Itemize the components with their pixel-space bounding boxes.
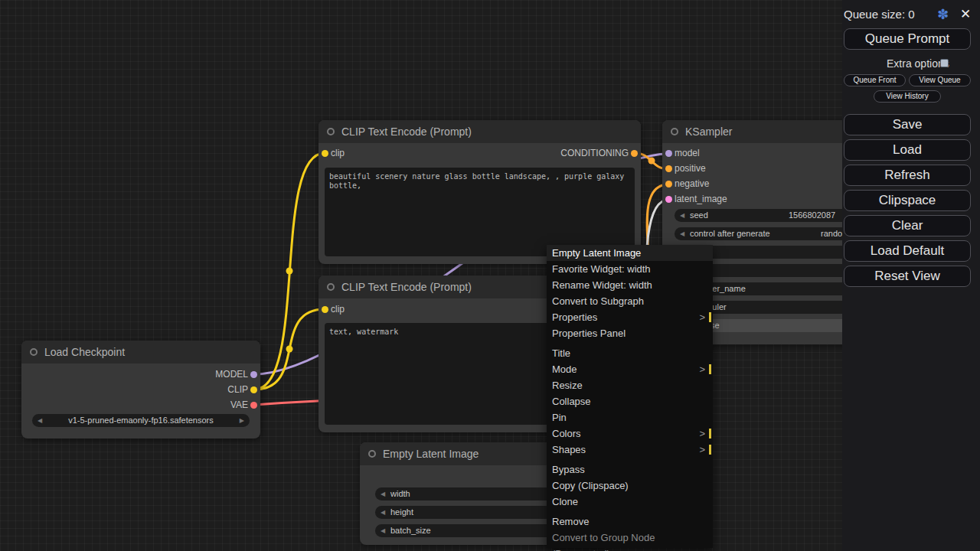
menu-item-label: Shapes (552, 444, 586, 455)
node-title: KSampler (685, 126, 732, 138)
menu-item-clone[interactable]: Clone (547, 494, 713, 510)
link-midpoint-dot[interactable] (286, 268, 293, 275)
clear-button[interactable]: Clear (844, 215, 971, 236)
collapse-dot-icon[interactable] (368, 450, 376, 458)
widget-label: control after generate (690, 227, 770, 240)
node-title-bar[interactable]: CLIP Text Encode (Prompt) (318, 120, 641, 143)
menu-item-label: Bypass (552, 464, 585, 475)
link-midpoint-dot[interactable] (286, 346, 293, 353)
comfy-menu-panel: Queue size: 0 ✽ ✕ Queue Prompt Extra opt… (842, 0, 980, 551)
menu-item-label: Pin (552, 412, 567, 423)
input-label-clip: clip (331, 304, 345, 315)
input-slot-negative[interactable] (665, 181, 672, 187)
widget-label: seed (690, 209, 708, 222)
menu-item-rename-widget[interactable]: Rename Widget: width (547, 277, 713, 293)
input-label-clip: clip (331, 148, 345, 158)
next-arrow-icon[interactable]: ▶ (240, 414, 244, 427)
node-title: CLIP Text Encode (Prompt) (341, 126, 472, 138)
settings-gear-icon[interactable]: ✽ (937, 6, 949, 23)
output-label-conditioning: CONDITIONING (560, 148, 629, 158)
menu-item-properties-panel[interactable]: Properties Panel (547, 325, 713, 341)
menu-item-shapes[interactable]: Shapes> (547, 442, 713, 458)
menu-item-label: Title (552, 347, 570, 359)
input-label-positive: positive (675, 163, 706, 174)
decrement-arrow-icon[interactable]: ◀ (680, 227, 684, 240)
input-slot-positive[interactable] (665, 165, 672, 172)
reset-view-button[interactable]: Reset View (844, 266, 971, 287)
close-icon[interactable]: ✕ (960, 6, 971, 22)
output-slot-clip[interactable] (250, 386, 257, 393)
submenu-arrow-icon: > (699, 442, 705, 458)
load-default-button[interactable]: Load Default (844, 240, 971, 262)
decrement-arrow-icon[interactable]: ◀ (381, 487, 385, 500)
menu-item-bypass[interactable]: Bypass (547, 461, 713, 478)
menu-item-convert-to-group-node[interactable]: Convert to Group Node (Deprecated) (547, 530, 713, 546)
menu-item-label: Collapse (552, 396, 591, 407)
view-history-button[interactable]: View History (874, 90, 941, 103)
queue-prompt-button[interactable]: Queue Prompt (844, 28, 971, 50)
submenu-arrow-icon: > (699, 309, 705, 325)
node-load-checkpoint[interactable]: Load Checkpoint MODEL CLIP VAE ◀ v1-5-pr… (21, 341, 260, 439)
input-slot-clip[interactable] (322, 306, 328, 313)
queue-size-label: Queue size: 0 (844, 8, 915, 21)
menu-item-label: Remove (552, 516, 589, 527)
decrement-arrow-icon[interactable]: ◀ (381, 506, 385, 519)
output-slot-conditioning[interactable] (631, 150, 638, 157)
menu-item-favorite-widget[interactable]: Favorite Widget: width (547, 261, 713, 277)
submenu-arrow-icon: > (699, 425, 705, 442)
menu-item-convert-to-subgraph[interactable]: Convert to Subgraph (547, 293, 713, 309)
input-slot-latent-image[interactable] (665, 196, 672, 203)
input-label-negative: negative (675, 178, 709, 189)
menu-item-title[interactable]: Title (547, 345, 713, 361)
menu-item-resize[interactable]: Resize (547, 377, 713, 393)
link-midpoint-dot[interactable] (648, 158, 655, 165)
node-title: Load Checkpoint (44, 346, 125, 358)
clipspace-button[interactable]: Clipspace (844, 190, 971, 211)
collapse-dot-icon[interactable] (327, 283, 335, 291)
ckpt-name-widget[interactable]: ◀ v1-5-pruned-emaonly-fp16.safetensors ▶ (32, 414, 250, 427)
node-title-bar[interactable]: Load Checkpoint (21, 341, 260, 364)
menu-item-label: Rename Widget: width (552, 279, 652, 291)
collapse-dot-icon[interactable] (327, 128, 335, 135)
output-label-clip: CLIP (227, 384, 248, 395)
collapse-dot-icon[interactable] (671, 128, 678, 135)
menu-item-label: Colors (552, 428, 581, 439)
menu-item-collapse[interactable]: Collapse (547, 393, 713, 409)
node-graph-canvas[interactable]: Load Checkpoint MODEL CLIP VAE ◀ v1-5-pr… (0, 0, 980, 551)
menu-item-label: Convert to Subgraph (552, 295, 644, 307)
widget-label: height (390, 506, 413, 519)
submenu-highlight-mark (709, 364, 711, 374)
menu-item-copy-clipspace[interactable]: Copy (Clipspace) (547, 478, 713, 494)
menu-item-mode[interactable]: Mode> (547, 361, 713, 377)
save-button[interactable]: Save (844, 114, 971, 135)
prompt-text-area[interactable]: beautiful scenery nature glass bottle la… (325, 168, 635, 256)
extra-options-checkbox[interactable] (940, 59, 949, 67)
widget-label: width (390, 487, 410, 500)
menu-item-label: Resize (552, 380, 583, 391)
collapse-dot-icon[interactable] (30, 348, 38, 356)
menu-item-colors[interactable]: Colors> (547, 425, 713, 442)
input-slot-clip[interactable] (322, 150, 328, 157)
view-queue-button[interactable]: View Queue (909, 74, 971, 86)
queue-front-button[interactable]: Queue Front (844, 74, 906, 86)
widget-label: batch_size (390, 524, 431, 537)
decrement-arrow-icon[interactable]: ◀ (680, 209, 684, 222)
menu-item-properties[interactable]: Properties> (547, 309, 713, 325)
decrement-arrow-icon[interactable]: ◀ (381, 524, 385, 537)
output-label-vae: VAE (230, 399, 248, 410)
refresh-button[interactable]: Refresh (844, 165, 971, 186)
node-clip-text-encode-positive[interactable]: CLIP Text Encode (Prompt) clip CONDITION… (318, 120, 641, 264)
menu-item-remove[interactable]: Remove (547, 514, 713, 530)
output-slot-model[interactable] (250, 371, 257, 378)
submenu-highlight-mark (709, 312, 711, 322)
menu-item-label: Copy (Clipspace) (552, 480, 629, 491)
input-slot-model[interactable] (665, 150, 672, 157)
menu-item-pin[interactable]: Pin (547, 409, 713, 425)
menu-item-label: Clone (552, 496, 578, 507)
submenu-highlight-mark (709, 429, 711, 439)
output-slot-vae[interactable] (250, 402, 257, 409)
input-label-latent-image: latent_image (675, 194, 727, 204)
load-button[interactable]: Load (844, 139, 971, 161)
widget-value: 1566802087 (789, 209, 835, 222)
context-menu-header: Empty Latent Image (547, 245, 713, 261)
